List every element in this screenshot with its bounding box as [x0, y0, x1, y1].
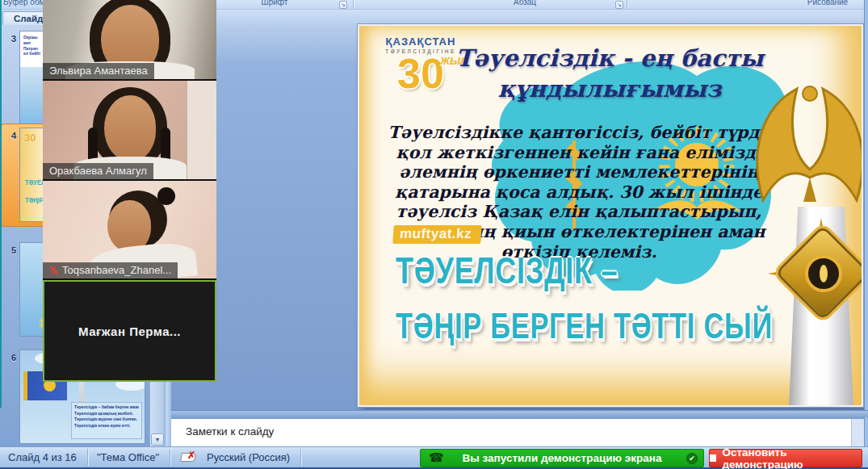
slide-headline-1[interactable]: ТӘУЕЛСІЗДІК –: [396, 249, 618, 292]
participant-name: Оракбаева Алмагул: [49, 165, 147, 177]
watermark-tag: muftyat.kz: [392, 225, 482, 244]
powerpoint-window: Буфер обмена Шрифт ↘ Абзац ↘ Рисование С…: [0, 0, 868, 469]
window-right-edge: [864, 0, 868, 469]
thumbnail-number: 3: [3, 34, 16, 44]
screen-share-banner: ☎ Вы запустили демонстрацию экрана ✔: [420, 449, 704, 467]
thumbnail-number: 5: [3, 245, 16, 255]
monument-crown: [769, 218, 863, 339]
notes-panel[interactable]: Заметки к слайду: [171, 417, 864, 446]
language-indicator[interactable]: Русский (Россия): [207, 451, 290, 463]
zoom-participants-window[interactable]: Эльвира Амантаева Оракбаева Алмагул: [43, 0, 216, 382]
participant-tile-active-speaker[interactable]: Мағжан Перма...: [43, 280, 216, 382]
dialog-launcher-icon[interactable]: ↘: [339, 1, 347, 9]
monument-graphic: [747, 71, 863, 407]
scroll-down-icon[interactable]: ▼: [151, 433, 164, 446]
stop-button-label: Остановить демонстрацию: [722, 446, 862, 469]
spellcheck-icon[interactable]: ✗: [181, 450, 197, 463]
participant-name: Toqsanbaeva_Zhanel...: [62, 264, 171, 276]
dialog-launcher-icon[interactable]: ↘: [615, 1, 623, 9]
participant-name: Мағжан Перма...: [78, 325, 181, 338]
stop-sharing-button[interactable]: Остановить демонстрацию: [709, 449, 862, 467]
thumbnail-number: 4: [3, 131, 16, 140]
thumb6-line: Тәуелсіздік – бабам берген аманат.: [74, 404, 139, 411]
participant-name: Эльвира Амантаева: [49, 65, 148, 77]
participant-tile[interactable]: Эльвира Амантаева: [43, 0, 216, 79]
theme-name[interactable]: "Тема Office": [97, 451, 159, 463]
slide-canvas[interactable]: ҚАЗАҚСТАН ТӘУЕЛСІЗДІГІНЕ 30 ЖЫЛ Тәуелсіз…: [358, 24, 863, 407]
participant-tile[interactable]: Toqsanbaeva_Zhanel...: [43, 181, 216, 278]
thumb6-line: Тәуелсіздік жүрген сәні болған.: [74, 417, 139, 423]
golden-eagle-icon: [747, 71, 863, 208]
thumb4-logo: 30: [24, 132, 36, 144]
slide-title[interactable]: Тәуелсіздік - ең басты құндылығымыз: [436, 44, 783, 104]
ribbon-group-font: Шрифт: [226, 0, 323, 9]
ribbon-group-drawing: Рисование: [767, 0, 868, 9]
ribbon-separator: [353, 0, 354, 10]
ribbon-group-paragraph: Абзац: [452, 0, 598, 9]
notes-splitter[interactable]: [171, 410, 868, 417]
thumb6-line: Тәуелсіздік қазақтың келбеті.: [74, 411, 139, 417]
thumb6-textbox: Тәуелсіздік – бабам берген аманат. Тәуел…: [71, 402, 142, 439]
phone-icon: ☎: [429, 450, 444, 465]
ribbon-separator: [627, 0, 627, 10]
stop-icon: [710, 454, 716, 462]
participant-tile[interactable]: Оракбаева Алмагул: [43, 81, 216, 179]
notes-placeholder[interactable]: Заметки к слайду: [186, 425, 274, 438]
status-bar: Слайд 4 из 16 "Тема Office" ✗ Русский (Р…: [0, 446, 868, 469]
share-banner-text: Вы запустили демонстрацию экрана: [463, 452, 662, 464]
muted-mic-icon: [49, 266, 59, 275]
shield-check-icon: ✔: [686, 453, 698, 464]
slide-editing-area: ҚАЗАҚСТАН ТӘУЕЛСІЗДІГІНЕ 30 ЖЫЛ Тәуелсіз…: [171, 10, 864, 410]
thumb6-line: Тәуелсіздік өткен күнін өтті.: [74, 423, 139, 429]
slide-counter: Слайд 4 из 16: [8, 451, 77, 463]
thumbnail-number: 6: [3, 353, 16, 362]
slide-headline-2[interactable]: ТӘҢІР БЕРГЕН ТӘТТІ СЫЙ: [396, 306, 773, 346]
window-left-edge: [0, 0, 2, 408]
notes-scrollbar[interactable]: [851, 419, 864, 446]
